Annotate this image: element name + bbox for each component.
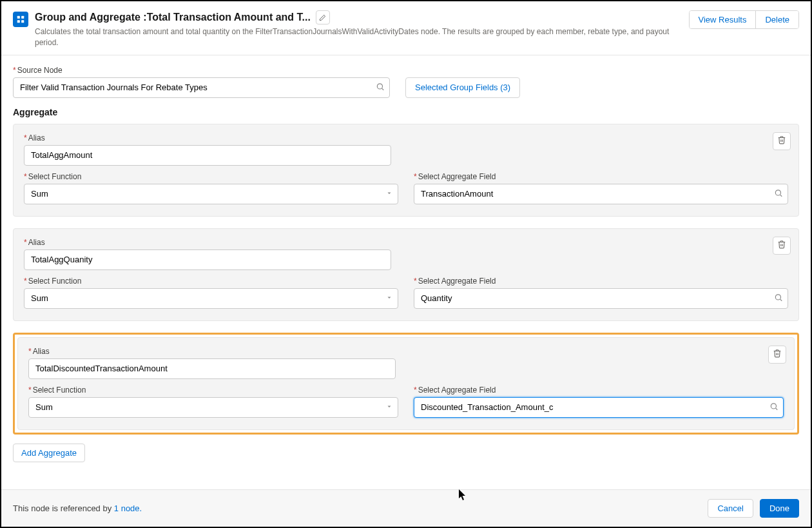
required-star-icon: * (414, 277, 417, 286)
svg-rect-0 (17, 16, 20, 19)
function-label: *Select Function (28, 386, 398, 395)
alias-label: *Alias (24, 238, 788, 247)
function-column: *Select Function (24, 172, 398, 204)
required-star-icon: * (414, 172, 417, 181)
function-select-wrap (28, 397, 398, 418)
source-row: *Source Node Selected Group Fields (3) (13, 66, 799, 98)
required-star-icon: * (24, 172, 27, 181)
required-star-icon: * (414, 386, 417, 395)
aggregate-field-wrap (414, 397, 784, 418)
alias-input[interactable] (24, 145, 391, 166)
dialog-footer: This node is referenced by 1 node. Cance… (1, 489, 811, 527)
required-star-icon: * (28, 347, 32, 356)
aggregate-function-row: *Select Function*Select Aggregate Field (28, 386, 784, 418)
aggregate-field-label: *Select Aggregate Field (414, 172, 788, 181)
required-star-icon: * (28, 386, 32, 395)
function-select[interactable] (24, 288, 398, 309)
trash-icon (773, 349, 782, 360)
aggregate-function-row: *Select Function*Select Aggregate Field (24, 172, 788, 204)
trash-icon (777, 240, 786, 251)
alias-label: *Alias (28, 347, 784, 356)
aggregate-field-wrap (414, 184, 788, 204)
function-column: *Select Function (24, 277, 398, 309)
dialog-header: Group and Aggregate : Total Transaction … (1, 1, 811, 55)
view-results-button[interactable]: View Results (690, 11, 756, 28)
footer-reference-text: This node is referenced by 1 node. (13, 504, 708, 513)
node-description: Calculates the total transaction amount … (35, 26, 681, 48)
aggregate-field-column: *Select Aggregate Field (414, 277, 788, 309)
pencil-icon (319, 14, 326, 21)
done-button[interactable]: Done (760, 499, 799, 518)
aggregate-card: *Alias*Select Function*Select Aggregate … (13, 124, 799, 217)
header-title-row: Group and Aggregate : Total Transaction … (35, 10, 681, 24)
aggregate-list: *Alias*Select Function*Select Aggregate … (13, 124, 799, 435)
required-star-icon: * (24, 238, 27, 247)
aggregate-card: *Alias*Select Function*Select Aggregate … (13, 228, 799, 321)
function-column: *Select Function (28, 386, 398, 418)
aggregate-field-input[interactable] (414, 397, 784, 418)
aggregate-field-column: *Select Aggregate Field (414, 386, 784, 418)
aggregate-card: *Alias*Select Function*Select Aggregate … (17, 337, 795, 430)
svg-rect-2 (17, 20, 20, 23)
svg-rect-3 (21, 20, 24, 23)
alias-label: *Alias (24, 133, 788, 142)
source-node-label: *Source Node (13, 66, 390, 75)
header-actions: View Results Delete (689, 10, 799, 29)
function-select-wrap (24, 288, 398, 309)
aggregate-field-wrap (414, 288, 788, 309)
add-aggregate-button[interactable]: Add Aggregate (13, 444, 85, 462)
function-select[interactable] (28, 397, 398, 418)
source-node-input[interactable] (13, 77, 390, 98)
delete-aggregate-button[interactable] (773, 237, 791, 255)
alias-input[interactable] (28, 358, 396, 379)
dialog-container: Group and Aggregate : Total Transaction … (0, 0, 812, 528)
aggregate-field-input[interactable] (414, 288, 788, 309)
aggregate-field-input[interactable] (414, 184, 788, 204)
header-button-group: View Results Delete (689, 10, 799, 29)
source-node-field: *Source Node (13, 66, 390, 98)
cancel-button[interactable]: Cancel (708, 499, 753, 518)
svg-rect-1 (21, 16, 24, 19)
source-label-text: Source Node (17, 66, 63, 75)
footer-text-prefix: This node is referenced by (13, 504, 114, 513)
aggregate-function-row: *Select Function*Select Aggregate Field (24, 277, 788, 309)
required-star-icon: * (24, 277, 27, 286)
selected-group-fields-button[interactable]: Selected Group Fields (3) (405, 77, 520, 98)
edit-title-button[interactable] (316, 10, 330, 24)
aggregate-section-title: Aggregate (13, 107, 799, 117)
delete-node-button[interactable]: Delete (755, 11, 798, 28)
node-title-prefix: Group and Aggregate : (35, 12, 147, 23)
function-select-wrap (24, 184, 398, 204)
header-text-block: Group and Aggregate : Total Transaction … (35, 10, 681, 48)
trash-icon (777, 135, 786, 146)
delete-aggregate-button[interactable] (773, 132, 791, 150)
alias-input[interactable] (24, 249, 391, 270)
footer-reference-link[interactable]: 1 node. (114, 504, 142, 513)
aggregate-field-label: *Select Aggregate Field (414, 277, 788, 286)
node-type-icon (13, 12, 28, 27)
aggregate-field-column: *Select Aggregate Field (414, 172, 788, 204)
required-star-icon: * (13, 66, 16, 75)
source-input-wrap (13, 77, 390, 98)
aggregate-field-label: *Select Aggregate Field (414, 386, 784, 395)
node-title-name: Total Transaction Amount and T... (147, 12, 311, 23)
function-label: *Select Function (24, 172, 398, 181)
function-select[interactable] (24, 184, 398, 204)
delete-aggregate-button[interactable] (768, 346, 786, 364)
highlighted-aggregate: *Alias*Select Function*Select Aggregate … (13, 333, 799, 435)
required-star-icon: * (24, 133, 27, 142)
dialog-body: *Source Node Selected Group Fields (3) A… (1, 55, 811, 489)
mouse-cursor-icon (459, 489, 468, 501)
function-label: *Select Function (24, 277, 398, 286)
